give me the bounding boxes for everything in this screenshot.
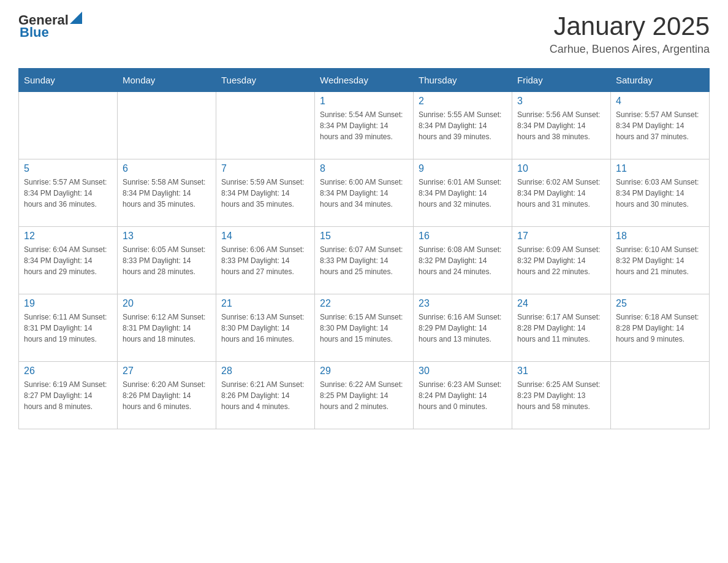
calendar-week-row: 19Sunrise: 6:11 AM Sunset: 8:31 PM Dayli… — [19, 294, 710, 362]
day-number: 5 — [24, 163, 112, 174]
calendar-week-row: 5Sunrise: 5:57 AM Sunset: 8:34 PM Daylig… — [19, 159, 710, 227]
day-number: 14 — [221, 231, 309, 242]
col-header-monday: Monday — [118, 69, 216, 92]
col-header-thursday: Thursday — [414, 69, 512, 92]
day-number: 2 — [419, 96, 507, 107]
day-info: Sunrise: 6:22 AM Sunset: 8:25 PM Dayligh… — [320, 379, 408, 412]
day-number: 1 — [320, 96, 408, 107]
logo-blue-text: Blue — [20, 25, 82, 40]
day-number: 24 — [517, 298, 605, 309]
day-number: 13 — [123, 231, 211, 242]
day-info: Sunrise: 6:09 AM Sunset: 8:32 PM Dayligh… — [517, 244, 605, 277]
calendar-cell: 29Sunrise: 6:22 AM Sunset: 8:25 PM Dayli… — [315, 362, 414, 429]
day-info: Sunrise: 6:03 AM Sunset: 8:34 PM Dayligh… — [616, 177, 704, 210]
calendar-cell: 23Sunrise: 6:16 AM Sunset: 8:29 PM Dayli… — [414, 294, 512, 362]
calendar-cell — [611, 362, 710, 429]
calendar-table: SundayMondayTuesdayWednesdayThursdayFrid… — [18, 68, 710, 429]
calendar-cell: 9Sunrise: 6:01 AM Sunset: 8:34 PM Daylig… — [414, 159, 512, 227]
day-number: 15 — [320, 231, 408, 242]
day-number: 7 — [221, 163, 309, 174]
day-info: Sunrise: 6:00 AM Sunset: 8:34 PM Dayligh… — [320, 177, 408, 210]
day-info: Sunrise: 6:19 AM Sunset: 8:27 PM Dayligh… — [24, 379, 112, 412]
day-info: Sunrise: 6:18 AM Sunset: 8:28 PM Dayligh… — [616, 312, 704, 345]
calendar-cell: 22Sunrise: 6:15 AM Sunset: 8:30 PM Dayli… — [315, 294, 414, 362]
day-info: Sunrise: 6:10 AM Sunset: 8:32 PM Dayligh… — [616, 244, 704, 277]
day-number: 26 — [24, 366, 112, 377]
calendar-cell — [19, 92, 118, 159]
calendar-week-row: 12Sunrise: 6:04 AM Sunset: 8:34 PM Dayli… — [19, 227, 710, 294]
logo-triangle-icon — [70, 12, 82, 24]
calendar-cell — [216, 92, 315, 159]
calendar-cell: 15Sunrise: 6:07 AM Sunset: 8:33 PM Dayli… — [315, 227, 414, 294]
day-info: Sunrise: 5:55 AM Sunset: 8:34 PM Dayligh… — [419, 109, 507, 142]
day-info: Sunrise: 5:58 AM Sunset: 8:34 PM Dayligh… — [123, 177, 211, 210]
day-info: Sunrise: 6:17 AM Sunset: 8:28 PM Dayligh… — [517, 312, 605, 345]
svg-marker-0 — [70, 12, 82, 24]
calendar-cell: 16Sunrise: 6:08 AM Sunset: 8:32 PM Dayli… — [414, 227, 512, 294]
day-info: Sunrise: 6:04 AM Sunset: 8:34 PM Dayligh… — [24, 244, 112, 277]
calendar-cell: 20Sunrise: 6:12 AM Sunset: 8:31 PM Dayli… — [118, 294, 216, 362]
day-number: 9 — [419, 163, 507, 174]
day-number: 3 — [517, 96, 605, 107]
day-number: 16 — [419, 231, 507, 242]
day-info: Sunrise: 6:06 AM Sunset: 8:33 PM Dayligh… — [221, 244, 309, 277]
calendar-cell: 3Sunrise: 5:56 AM Sunset: 8:34 PM Daylig… — [512, 92, 611, 159]
calendar-cell: 25Sunrise: 6:18 AM Sunset: 8:28 PM Dayli… — [611, 294, 710, 362]
day-info: Sunrise: 6:07 AM Sunset: 8:33 PM Dayligh… — [320, 244, 408, 277]
calendar-week-row: 26Sunrise: 6:19 AM Sunset: 8:27 PM Dayli… — [19, 362, 710, 429]
calendar-cell: 13Sunrise: 6:05 AM Sunset: 8:33 PM Dayli… — [118, 227, 216, 294]
day-info: Sunrise: 6:16 AM Sunset: 8:29 PM Dayligh… — [419, 312, 507, 345]
day-number: 21 — [221, 298, 309, 309]
day-info: Sunrise: 6:23 AM Sunset: 8:24 PM Dayligh… — [419, 379, 507, 412]
col-header-wednesday: Wednesday — [315, 69, 414, 92]
calendar-cell — [118, 92, 216, 159]
col-header-saturday: Saturday — [611, 69, 710, 92]
day-info: Sunrise: 6:13 AM Sunset: 8:30 PM Dayligh… — [221, 312, 309, 345]
calendar-cell: 6Sunrise: 5:58 AM Sunset: 8:34 PM Daylig… — [118, 159, 216, 227]
day-info: Sunrise: 5:57 AM Sunset: 8:34 PM Dayligh… — [24, 177, 112, 210]
col-header-tuesday: Tuesday — [216, 69, 315, 92]
calendar-cell: 18Sunrise: 6:10 AM Sunset: 8:32 PM Dayli… — [611, 227, 710, 294]
day-number: 18 — [616, 231, 704, 242]
day-info: Sunrise: 6:12 AM Sunset: 8:31 PM Dayligh… — [123, 312, 211, 345]
calendar-cell: 19Sunrise: 6:11 AM Sunset: 8:31 PM Dayli… — [19, 294, 118, 362]
calendar-week-row: 1Sunrise: 5:54 AM Sunset: 8:34 PM Daylig… — [19, 92, 710, 159]
calendar-cell: 26Sunrise: 6:19 AM Sunset: 8:27 PM Dayli… — [19, 362, 118, 429]
title-section: January 2025 Carhue, Buenos Aires, Argen… — [550, 12, 710, 56]
day-info: Sunrise: 6:02 AM Sunset: 8:34 PM Dayligh… — [517, 177, 605, 210]
day-info: Sunrise: 5:59 AM Sunset: 8:34 PM Dayligh… — [221, 177, 309, 210]
day-number: 17 — [517, 231, 605, 242]
calendar-cell: 14Sunrise: 6:06 AM Sunset: 8:33 PM Dayli… — [216, 227, 315, 294]
day-info: Sunrise: 5:54 AM Sunset: 8:34 PM Dayligh… — [320, 109, 408, 142]
day-number: 27 — [123, 366, 211, 377]
day-number: 6 — [123, 163, 211, 174]
day-number: 28 — [221, 366, 309, 377]
calendar-cell: 17Sunrise: 6:09 AM Sunset: 8:32 PM Dayli… — [512, 227, 611, 294]
calendar-cell: 4Sunrise: 5:57 AM Sunset: 8:34 PM Daylig… — [611, 92, 710, 159]
calendar-cell: 2Sunrise: 5:55 AM Sunset: 8:34 PM Daylig… — [414, 92, 512, 159]
calendar-header-row: SundayMondayTuesdayWednesdayThursdayFrid… — [19, 69, 710, 92]
day-info: Sunrise: 5:57 AM Sunset: 8:34 PM Dayligh… — [616, 109, 704, 142]
calendar-cell: 10Sunrise: 6:02 AM Sunset: 8:34 PM Dayli… — [512, 159, 611, 227]
day-info: Sunrise: 6:08 AM Sunset: 8:32 PM Dayligh… — [419, 244, 507, 277]
day-number: 4 — [616, 96, 704, 107]
day-info: Sunrise: 6:20 AM Sunset: 8:26 PM Dayligh… — [123, 379, 211, 412]
day-info: Sunrise: 6:05 AM Sunset: 8:33 PM Dayligh… — [123, 244, 211, 277]
col-header-sunday: Sunday — [19, 69, 118, 92]
calendar-cell: 30Sunrise: 6:23 AM Sunset: 8:24 PM Dayli… — [414, 362, 512, 429]
page-title: January 2025 — [550, 12, 710, 40]
page-subtitle: Carhue, Buenos Aires, Argentina — [550, 43, 710, 56]
day-info: Sunrise: 5:56 AM Sunset: 8:34 PM Dayligh… — [517, 109, 605, 142]
day-number: 10 — [517, 163, 605, 174]
calendar-cell: 24Sunrise: 6:17 AM Sunset: 8:28 PM Dayli… — [512, 294, 611, 362]
calendar-cell: 28Sunrise: 6:21 AM Sunset: 8:26 PM Dayli… — [216, 362, 315, 429]
calendar-cell: 5Sunrise: 5:57 AM Sunset: 8:34 PM Daylig… — [19, 159, 118, 227]
day-number: 29 — [320, 366, 408, 377]
day-number: 31 — [517, 366, 605, 377]
day-number: 19 — [24, 298, 112, 309]
day-info: Sunrise: 6:01 AM Sunset: 8:34 PM Dayligh… — [419, 177, 507, 210]
logo: General Blue — [18, 12, 82, 40]
calendar-cell: 21Sunrise: 6:13 AM Sunset: 8:30 PM Dayli… — [216, 294, 315, 362]
day-number: 30 — [419, 366, 507, 377]
calendar-cell: 1Sunrise: 5:54 AM Sunset: 8:34 PM Daylig… — [315, 92, 414, 159]
